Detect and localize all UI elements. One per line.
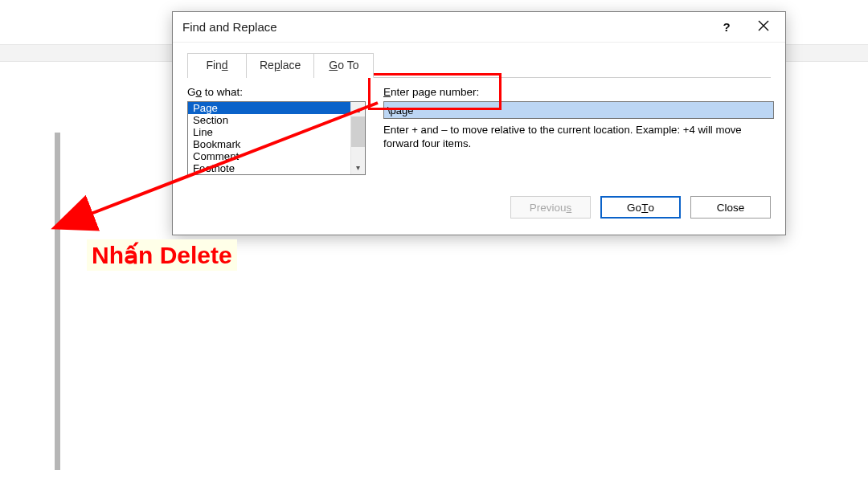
list-item[interactable]: Bookmark xyxy=(188,138,350,150)
scroll-up-icon[interactable]: ▴ xyxy=(351,102,365,116)
previous-button: Previous xyxy=(510,196,591,219)
tab-replace[interactable]: Replace xyxy=(247,53,314,78)
tab-goto[interactable]: Go To xyxy=(314,53,374,78)
document-page-edge xyxy=(55,133,60,470)
dialog-titlebar[interactable]: Find and Replace ? xyxy=(173,12,785,43)
scroll-down-icon[interactable]: ▾ xyxy=(351,160,365,174)
find-and-replace-dialog: Find and Replace ? Find Replace Go To xyxy=(172,11,786,235)
list-item[interactable]: Page xyxy=(188,102,350,114)
dialog-body: Find Replace Go To Go to what: Page Sect… xyxy=(173,43,785,235)
tab-strip: Find Replace Go To xyxy=(187,52,771,78)
help-text: Enter + and – to move relative to the cu… xyxy=(383,124,777,150)
tab-find[interactable]: Find xyxy=(187,53,247,78)
list-item[interactable]: Footnote xyxy=(188,162,350,174)
scrollbar-thumb[interactable] xyxy=(351,116,365,147)
help-button[interactable]: ? xyxy=(708,15,745,39)
page-number-input[interactable] xyxy=(383,101,774,119)
dialog-close-button[interactable]: Close xyxy=(690,196,771,219)
enter-page-number-label: Enter page number: xyxy=(383,86,777,98)
annotation-label: Nhấn Delete xyxy=(87,239,237,271)
goto-button[interactable]: Go To xyxy=(600,196,681,219)
listbox-scrollbar[interactable]: ▴ ▾ xyxy=(350,102,365,174)
list-item[interactable]: Line xyxy=(188,126,350,138)
dialog-buttons-row: Previous Go To Close xyxy=(187,196,771,219)
scrollbar-track[interactable] xyxy=(351,116,365,160)
list-item[interactable]: Comment xyxy=(188,150,350,162)
goto-what-listbox[interactable]: Page Section Line Bookmark Comment Footn… xyxy=(187,101,366,175)
goto-what-label: Go to what: xyxy=(187,86,366,98)
close-icon xyxy=(758,20,769,34)
list-item[interactable]: Section xyxy=(188,114,350,126)
close-button[interactable] xyxy=(745,15,782,39)
dialog-title: Find and Replace xyxy=(182,20,708,34)
